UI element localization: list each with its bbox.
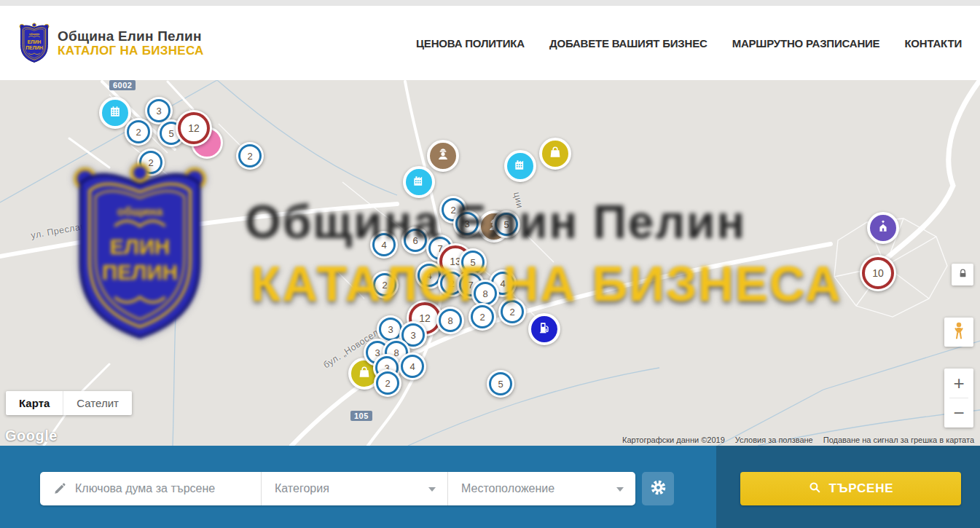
- search-input-group: Категория Местоположение: [40, 472, 635, 505]
- cluster-count: 12: [188, 122, 200, 134]
- street-view-lock-button[interactable]: [952, 264, 973, 285]
- cluster-count: 2: [148, 157, 153, 168]
- cluster-count: 2: [382, 280, 387, 291]
- fuel-icon: [537, 320, 552, 338]
- search-bar: Категория Местоположение ТЪРСЕНЕ: [0, 446, 980, 528]
- zoom-in-button[interactable]: +: [944, 369, 973, 398]
- pegman-button[interactable]: [944, 318, 973, 347]
- cluster-count: 4: [500, 278, 505, 289]
- factory-icon: [412, 173, 426, 191]
- pencil-icon: [53, 482, 66, 495]
- cluster-count: 2: [136, 127, 141, 138]
- cluster-count: 10: [872, 267, 884, 279]
- pin-marker[interactable]: [504, 150, 536, 182]
- cluster-count: 2: [509, 307, 514, 318]
- cluster-marker[interactable]: 3: [453, 210, 481, 237]
- svg-text:ЕЛИН: ЕЛИН: [28, 39, 42, 44]
- location-select[interactable]: Местоположение: [448, 472, 635, 505]
- cluster-marker[interactable]: 6: [401, 226, 429, 254]
- cluster-marker[interactable]: 2: [137, 149, 165, 176]
- advanced-settings-button[interactable]: [642, 472, 674, 505]
- cluster-count: 4: [381, 240, 386, 251]
- cluster-marker[interactable]: 8: [436, 307, 464, 334]
- map-attribution: Картографски данни ©2019 Условия за полз…: [622, 436, 974, 444]
- svg-text:община: община: [29, 33, 40, 36]
- cluster-count: 2: [449, 278, 454, 289]
- cluster-marker[interactable]: 2: [125, 118, 152, 146]
- category-select[interactable]: Категория: [262, 472, 447, 505]
- cluster-count: 3: [464, 218, 469, 229]
- nav-item-pricing[interactable]: ЦЕНОВА ПОЛИТИКА: [416, 37, 525, 50]
- zoom-out-button[interactable]: −: [944, 398, 973, 427]
- cluster-marker[interactable]: 2: [371, 271, 399, 299]
- cluster-marker[interactable]: 12: [176, 110, 212, 146]
- cluster-count: 4: [409, 361, 415, 372]
- main-nav: ЦЕНОВА ПОЛИТИКА ДОБАВЕТЕ ВАШИЯТ БИЗНЕС М…: [416, 37, 962, 50]
- cluster-count: 12: [419, 312, 431, 324]
- cluster-count: 3: [410, 330, 415, 341]
- cluster-count: 4: [426, 270, 431, 281]
- lock-icon: [957, 268, 968, 282]
- cluster-count: 5: [503, 219, 509, 230]
- map-type-map-button[interactable]: Карта: [6, 391, 63, 415]
- terms-link[interactable]: Условия за ползване: [735, 436, 813, 444]
- keyword-search-input[interactable]: [74, 481, 255, 496]
- nav-item-add-business[interactable]: ДОБАВЕТЕ ВАШИЯТ БИЗНЕС: [549, 37, 707, 50]
- cluster-marker[interactable]: 2: [498, 298, 526, 326]
- road-badge: 6002: [109, 80, 136, 90]
- cluster-count: 8: [482, 288, 487, 299]
- zoom-control: + −: [944, 369, 973, 427]
- cluster-marker[interactable]: 2: [469, 303, 496, 331]
- brand-subtitle: КАТАЛОГ НА БИЗНЕСА: [58, 44, 204, 58]
- cluster-marker[interactable]: 4: [399, 352, 426, 380]
- search-button-label: ТЪРСЕНЕ: [829, 481, 894, 496]
- crest-shield: община ЕЛИН ПЕЛИН: [17, 22, 51, 64]
- cluster-marker[interactable]: 2: [374, 369, 401, 397]
- chevron-down-icon: [428, 487, 436, 492]
- cluster-count: 5: [470, 257, 475, 268]
- cluster-marker[interactable]: 2: [236, 142, 264, 170]
- cluster-count: 5: [168, 128, 173, 139]
- church-icon: [876, 219, 890, 237]
- cluster-marker[interactable]: 4: [370, 231, 398, 259]
- search-icon: [808, 481, 822, 497]
- report-error-link[interactable]: Подаване на сигнал за грешка в картата: [823, 436, 974, 444]
- map-type-satellite-button[interactable]: Сателит: [63, 391, 132, 415]
- cluster-count: 2: [247, 151, 252, 162]
- search-button[interactable]: ТЪРСЕНЕ: [740, 472, 961, 505]
- svg-text:ПЕЛИН: ПЕЛИН: [26, 45, 43, 50]
- bag-icon: [548, 145, 562, 162]
- cluster-marker[interactable]: 5: [487, 370, 514, 398]
- cluster-count: 8: [447, 315, 452, 326]
- cluster-count: 2: [385, 378, 390, 389]
- cluster-count: 2: [450, 205, 455, 216]
- municipality-crest-icon: община ЕЛИН ПЕЛИН: [17, 22, 51, 64]
- brand-title: Община Елин Пелин: [58, 28, 204, 44]
- site-logo[interactable]: община ЕЛИН ПЕЛИН Община Елин Пелин КАТА…: [17, 22, 204, 64]
- nav-item-contacts[interactable]: КОНТАКТИ: [904, 37, 962, 50]
- site-header: община ЕЛИН ПЕЛИН Община Елин Пелин КАТА…: [0, 6, 980, 81]
- pin-marker[interactable]: [539, 138, 571, 170]
- pin-marker[interactable]: [528, 313, 560, 345]
- location-select-value: Местоположение: [461, 482, 554, 495]
- cluster-count: 3: [388, 324, 393, 335]
- building-icon: [108, 104, 122, 122]
- map-canvas[interactable]: 6002105ул. Преславбул. „Новоселции: [0, 80, 980, 446]
- cluster-count: 6: [412, 235, 418, 246]
- worker-icon: [436, 147, 450, 165]
- cluster-marker[interactable]: 10: [860, 255, 896, 291]
- google-logo[interactable]: Google: [5, 427, 58, 444]
- pin-marker[interactable]: [867, 212, 899, 244]
- pin-marker[interactable]: [403, 166, 435, 198]
- map-type-control: Карта Сателит: [6, 391, 132, 415]
- cluster-count: 2: [479, 312, 485, 323]
- gear-icon: [650, 479, 667, 499]
- chevron-down-icon: [616, 487, 624, 492]
- category-select-value: Категория: [275, 482, 329, 495]
- nav-item-schedule[interactable]: МАРШРУТНО РАЗПИСАНИЕ: [732, 37, 880, 50]
- road-badge: 105: [350, 411, 372, 421]
- attribution-copyright: Картографски данни ©2019: [622, 436, 725, 444]
- factory-icon: [513, 157, 528, 175]
- cluster-marker[interactable]: 5: [493, 210, 520, 238]
- cluster-count: 3: [156, 106, 161, 117]
